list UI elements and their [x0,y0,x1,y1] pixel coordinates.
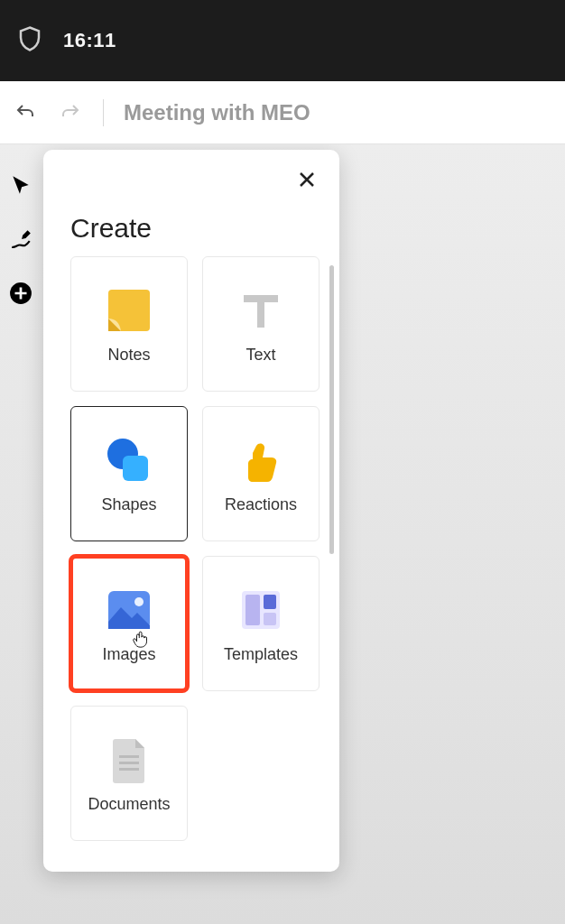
document-title[interactable]: Meeting with MEO [124,100,310,125]
card-label: Shapes [101,495,156,514]
documents-icon [103,734,155,786]
top-toolbar: Meeting with MEO [0,81,565,144]
select-tool[interactable] [2,166,40,204]
toolbar-divider [103,99,104,126]
reactions-icon [235,434,287,486]
svg-rect-3 [123,456,148,481]
status-time: 16:11 [63,29,116,52]
svg-rect-7 [245,595,260,625]
card-label: Templates [224,645,298,664]
panel-scroll-area[interactable]: Notes Text Shapes [43,256,339,872]
create-item-shapes[interactable]: Shapes [70,406,188,541]
svg-rect-11 [119,762,139,764]
status-bar: 16:11 [0,0,565,81]
scrollbar-thumb[interactable] [329,265,334,554]
create-item-notes[interactable]: Notes [70,256,188,392]
svg-rect-10 [119,755,139,758]
templates-icon [235,584,287,636]
svg-rect-12 [119,768,139,771]
shield-icon [16,25,43,56]
ink-tool[interactable] [2,220,40,258]
card-label: Text [245,346,275,365]
add-tool[interactable] [2,274,40,312]
redo-button[interactable] [58,100,83,125]
card-label: Reactions [225,495,297,514]
images-icon [103,584,155,636]
shapes-icon [103,434,155,486]
create-item-images[interactable]: Images [70,556,188,691]
create-item-reactions[interactable]: Reactions [202,406,320,541]
canvas-area[interactable]: Create Notes Text [0,144,565,924]
card-label: Documents [88,795,170,814]
svg-point-5 [134,597,144,606]
create-panel: Create Notes Text [43,150,339,872]
card-label: Notes [107,346,150,365]
create-item-templates[interactable]: Templates [202,556,320,691]
close-button[interactable] [291,164,323,197]
svg-rect-8 [264,595,276,609]
text-icon [235,284,287,337]
undo-button[interactable] [13,100,38,125]
create-item-documents[interactable]: Documents [70,706,188,841]
svg-rect-9 [264,613,276,625]
create-item-text[interactable]: Text [202,256,320,392]
hand-cursor-icon [132,629,152,649]
close-icon [296,169,318,193]
notes-icon [103,284,155,337]
panel-title: Create [43,197,339,256]
side-toolbar [2,166,40,312]
